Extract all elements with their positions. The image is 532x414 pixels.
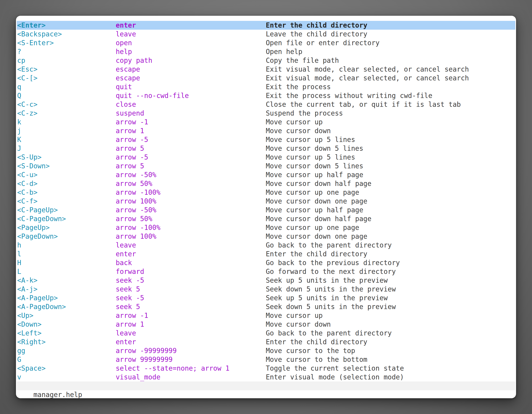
- keybinding-row[interactable]: ? help Open help: [17, 47, 515, 56]
- keybinding-row[interactable]: L forward Go forward to the next directo…: [17, 267, 515, 276]
- keybinding-row[interactable]: <C-f> arrow 100% Move cursor down one pa…: [17, 197, 515, 206]
- description-cell: Move cursor down one page: [266, 197, 367, 206]
- keybinding-row[interactable]: <S-Down> arrow 5 Move cursor down 5 line…: [17, 162, 515, 170]
- keybinding-row[interactable]: <C-c> close Close the current tab, or qu…: [17, 100, 515, 109]
- key-cell: <C-PageUp>: [17, 206, 58, 214]
- command-cell: escape: [116, 74, 140, 82]
- command-cell: leave: [116, 241, 136, 250]
- keybinding-row[interactable]: j arrow 1 Move cursor down: [17, 126, 515, 135]
- command-cell: arrow 1: [116, 320, 144, 329]
- key-cell: <Enter>: [17, 21, 46, 30]
- key-cell: <PageDown>: [17, 232, 58, 241]
- keybinding-row[interactable]: k arrow -1 Move cursor up: [17, 118, 515, 126]
- keybinding-row[interactable]: l enter Enter the child directory: [17, 250, 515, 258]
- keybinding-row[interactable]: <S-Up> arrow -5 Move cursor up 5 lines: [17, 153, 515, 162]
- keybinding-row[interactable]: Q quit --no-cwd-file Exit the process wi…: [17, 91, 515, 100]
- keybinding-row[interactable]: <PageDown> arrow 100% Move cursor down o…: [17, 232, 515, 241]
- description-cell: Seek up 5 units in the preview: [266, 294, 388, 302]
- description-cell: Toggle the current selection state: [266, 364, 404, 373]
- keybinding-row[interactable]: <C-b> arrow -100% Move cursor up one pag…: [17, 188, 515, 197]
- key-cell: <Esc>: [17, 65, 38, 74]
- description-cell: Close the current tab, or quit if it is …: [266, 100, 461, 109]
- keybinding-row[interactable]: <C-z> suspend Suspend the process: [17, 109, 515, 118]
- help-window: <Enter> enter Enter the child directory …: [16, 16, 516, 398]
- description-cell: Go forward to the next directory: [266, 267, 396, 276]
- keybinding-row[interactable]: <Up> arrow -1 Move cursor up: [17, 311, 515, 320]
- command-cell: arrow -99999999: [116, 346, 177, 355]
- keybinding-row[interactable]: h leave Go back to the parent directory: [17, 241, 515, 250]
- command-cell: arrow -50%: [116, 206, 156, 214]
- keybinding-row[interactable]: v visual_mode Enter visual mode (selecti…: [17, 373, 515, 382]
- keybinding-row[interactable]: <PageUp> arrow -100% Move cursor up one …: [17, 223, 515, 232]
- status-bar: manager.help: [17, 382, 515, 390]
- command-cell: seek 5: [116, 302, 140, 311]
- keybinding-row[interactable]: <S-Enter> open Open file or enter direct…: [17, 39, 515, 47]
- keybinding-row[interactable]: <Down> arrow 1 Move cursor down: [17, 320, 515, 329]
- keybinding-row[interactable]: <C-[> escape Exit visual mode, clear sel…: [17, 74, 515, 82]
- keybinding-row[interactable]: <Space> select --state=none; arrow 1 Tog…: [17, 364, 515, 373]
- key-cell: v: [17, 373, 21, 382]
- keybinding-row[interactable]: <C-PageDown> arrow 50% Move cursor down …: [17, 214, 515, 223]
- description-cell: Open help: [266, 47, 302, 56]
- command-cell: leave: [116, 329, 136, 337]
- keybinding-row[interactable]: G arrow 99999999 Move cursor to the bott…: [17, 355, 515, 364]
- key-cell: <Left>: [17, 329, 41, 337]
- keybinding-row[interactable]: <C-PageUp> arrow -50% Move cursor up hal…: [17, 206, 515, 214]
- key-cell: <Down>: [17, 320, 41, 329]
- key-cell: q: [17, 82, 21, 91]
- key-cell: L: [17, 267, 21, 276]
- keybinding-row[interactable]: <A-PageUp> seek -5 Seek up 5 units in th…: [17, 294, 515, 302]
- keybinding-row[interactable]: q quit Exit the process: [17, 82, 515, 91]
- key-cell: j: [17, 126, 21, 135]
- key-cell: <C-d>: [17, 179, 38, 188]
- command-cell: arrow -1: [116, 118, 148, 126]
- description-cell: Seek up 5 units in the preview: [266, 276, 388, 285]
- description-cell: Move cursor down one page: [266, 232, 367, 241]
- keybinding-row[interactable]: <Esc> escape Exit visual mode, clear sel…: [17, 65, 515, 74]
- description-cell: Move cursor up: [266, 118, 323, 126]
- keybinding-row[interactable]: <C-u> arrow -50% Move cursor up half pag…: [17, 170, 515, 179]
- description-cell: Move cursor down: [266, 126, 331, 135]
- command-cell: quit --no-cwd-file: [116, 91, 189, 100]
- keybinding-row[interactable]: gg arrow -99999999 Move cursor to the to…: [17, 346, 515, 355]
- keybinding-row[interactable]: <A-PageDown> seek 5 Seek down 5 units in…: [17, 302, 515, 311]
- keybinding-row[interactable]: <Right> enter Enter the child directory: [17, 337, 515, 346]
- keybinding-row[interactable]: <A-k> seek -5 Seek up 5 units in the pre…: [17, 276, 515, 285]
- keybinding-row[interactable]: <A-j> seek 5 Seek down 5 units in the pr…: [17, 285, 515, 294]
- description-cell: Exit the process without writing cwd-fil…: [266, 91, 432, 100]
- command-cell: arrow -50%: [116, 170, 156, 179]
- description-cell: Move cursor to the top: [266, 346, 355, 355]
- command-cell: arrow -100%: [116, 223, 161, 232]
- key-cell: <Right>: [17, 337, 46, 346]
- description-cell: Open file or enter directory: [266, 39, 380, 47]
- description-cell: Enter the child directory: [266, 337, 367, 346]
- keybinding-row[interactable]: <Left> leave Go back to the parent direc…: [17, 329, 515, 337]
- keybinding-row[interactable]: cp copy path Copy the file path: [17, 56, 515, 65]
- command-cell: arrow -5: [116, 153, 148, 162]
- command-cell: arrow 5: [116, 162, 144, 170]
- command-cell: close: [116, 100, 136, 109]
- description-cell: Go back to the parent directory: [266, 329, 392, 337]
- description-cell: Move cursor up 5 lines: [266, 135, 355, 144]
- command-cell: arrow 100%: [116, 197, 156, 206]
- description-cell: Seek down 5 units in the preview: [266, 302, 396, 311]
- command-cell: forward: [116, 267, 144, 276]
- description-cell: Move cursor to the bottom: [266, 355, 367, 364]
- description-cell: Move cursor up one page: [266, 188, 359, 197]
- description-cell: Go back to the parent directory: [266, 241, 392, 250]
- command-cell: arrow 1: [116, 126, 144, 135]
- command-cell: arrow 100%: [116, 232, 156, 241]
- command-cell: select --state=none; arrow 1: [116, 364, 229, 373]
- keybinding-row[interactable]: <C-d> arrow 50% Move cursor down half pa…: [17, 179, 515, 188]
- description-cell: Move cursor up 5 lines: [266, 153, 355, 162]
- keybinding-row-selected[interactable]: <Enter> enter Enter the child directory: [17, 21, 515, 30]
- keybinding-row[interactable]: <Backspace> leave Leave the child direct…: [17, 30, 515, 39]
- help-layer-label: manager.help: [33, 391, 82, 399]
- description-cell: Copy the file path: [266, 56, 339, 65]
- description-cell: Enter the child directory: [266, 21, 367, 30]
- key-cell: <S-Down>: [17, 162, 50, 170]
- keybinding-row[interactable]: H back Go back to the previous directory: [17, 258, 515, 267]
- keybinding-row[interactable]: J arrow 5 Move cursor down 5 lines: [17, 144, 515, 153]
- keybinding-row[interactable]: K arrow -5 Move cursor up 5 lines: [17, 135, 515, 144]
- description-cell: Enter visual mode (selection mode): [266, 373, 404, 382]
